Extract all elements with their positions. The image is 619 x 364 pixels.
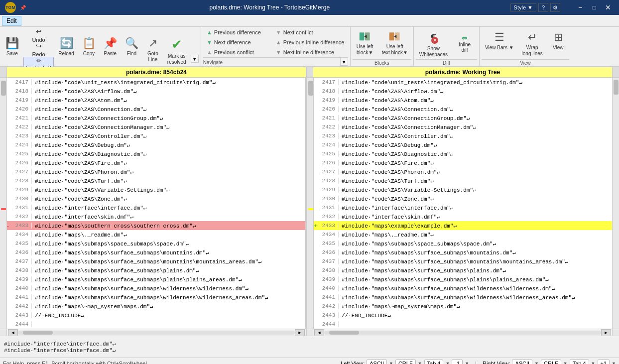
table-row: 2420#include·"code\ZAS\Connection.dm"↵ [7, 105, 305, 114]
right-crlf-button[interactable]: CRLF [541, 360, 561, 364]
expand-edit-button[interactable]: ▼ [191, 55, 199, 63]
save-label: Save [6, 51, 18, 57]
use-left-text-button[interactable]: Use left text block▼ [378, 29, 411, 58]
left-ascii-button[interactable]: ASCII [367, 360, 387, 364]
right-pane-header: polaris.dme: Working Tree [313, 67, 612, 77]
right-scroll-thumb[interactable] [308, 81, 313, 96]
right-horiz-scroll[interactable]: ◄ ► [313, 329, 612, 336]
inline-diff-icon: ⇔ [462, 34, 468, 42]
table-row: 2443//·END_INCLUDE↵ [314, 311, 612, 320]
use-left-block-button[interactable]: Use left block▼ [353, 29, 377, 58]
use-left-text-label: Use left text block▼ [382, 44, 408, 56]
table-row: 2436#include·"maps\submaps\surface_subma… [314, 248, 612, 257]
show-whitespace-button[interactable]: ¶ ✕ Show Whitespaces [416, 29, 451, 58]
paste-label: Paste [104, 51, 117, 57]
table-row: 2427#include·"code\ZAS\Phoron.dm"↵ [314, 167, 612, 176]
right-tab-button[interactable]: Tab 4 [570, 360, 589, 364]
left-val-button[interactable]: -1 [452, 360, 463, 364]
left-tab-button[interactable]: Tab 4 [424, 360, 444, 364]
navigate-section-label: Navigate [203, 60, 223, 65]
right-horiz-track[interactable] [324, 331, 601, 335]
right-outer-scroll[interactable] [612, 78, 619, 329]
table-row: 2429#include·"code\ZAS\Variable·Settings… [7, 185, 305, 194]
use-left-block-icon [357, 31, 373, 43]
svg-rect-3 [389, 32, 394, 40]
left-scroll-bar[interactable] [0, 78, 7, 329]
undo-button[interactable]: ↩ Undo [23, 28, 54, 42]
bottom-text-area: #include·"interface\interface.dm"↵ #incl… [0, 336, 619, 358]
table-row: 2444 [7, 320, 305, 329]
prev-diff-button[interactable]: ▲ Previous difference [204, 28, 263, 37]
encoding-area: Left View: ASCII ▼ CRLF ▼ Tab 4 ▼ -1 ▼ |… [341, 360, 616, 364]
toolbar-blocks-section: Use left block▼ Use left text block▼ Blo… [351, 27, 414, 66]
table-row: 2441#include·"maps\submaps\surface_subma… [314, 293, 612, 302]
expand-navigate-button[interactable]: ▼ [340, 58, 348, 66]
left-horiz-track[interactable] [18, 331, 295, 335]
right-val-button[interactable]: +1 [598, 360, 610, 364]
table-row: 2421#include·"code\ZAS\ConnectionGroup.d… [314, 114, 612, 122]
right-tab-arrow[interactable]: ▼ [591, 361, 596, 364]
inline-diff-button[interactable]: ⇔ Inline diff [452, 37, 477, 50]
left-val-arrow[interactable]: ▼ [465, 361, 469, 364]
copy-button[interactable]: 📋 Copy [79, 35, 99, 64]
menu-bar: Edit [0, 15, 619, 27]
settings-button[interactable]: ⚙ [550, 3, 560, 12]
view-bars-label: View Bars ▼ [485, 45, 514, 51]
undo-icon: ↩ [36, 27, 42, 35]
right-horiz-thumb[interactable] [329, 331, 359, 335]
left-ascii-arrow[interactable]: ▼ [389, 361, 393, 364]
toolbar-diff-section: ¶ ✕ Show Whitespaces ⇔ Inline diff Diff [414, 27, 480, 66]
next-inline-button[interactable]: ▼ Next inline difference [273, 48, 347, 57]
right-view-label: Right View: [483, 361, 510, 364]
table-row: 2438#include·"maps\submaps\surface_subma… [314, 266, 612, 275]
redo-icon: ↪ [36, 42, 42, 50]
use-left-block-label: Use left block▼ [357, 44, 373, 56]
table-row: 2431#include·"interface\interface.dm"↵ [314, 203, 612, 212]
toolbar-navigate-section: ▲ Previous difference ▼ Next difference … [201, 27, 351, 66]
right-ascii-button[interactable]: ASCII [512, 360, 532, 364]
reload-icon: 🔄 [60, 37, 73, 50]
left-crlf-arrow[interactable]: ▼ [418, 361, 422, 364]
minimize-button[interactable]: − [574, 3, 586, 12]
table-row: 2428#include·"code\ZAS\Turf.dm"↵ [314, 176, 612, 185]
table-row: 2418#include·"code\ZAS\Airflow.dm"↵ [7, 87, 305, 96]
menu-edit[interactable]: Edit [2, 16, 21, 26]
view-button[interactable]: ⊞ View [547, 29, 569, 58]
maximize-button[interactable]: □ [588, 3, 600, 12]
find-button[interactable]: 🔍 Find [122, 35, 142, 64]
right-pane[interactable]: 2417#include·"code\unit_tests\integrated… [314, 78, 612, 329]
style-button[interactable]: Style ▼ [510, 3, 536, 11]
show-whitespace-label: Show Whitespaces [419, 46, 448, 58]
help-button[interactable]: ? [538, 3, 548, 12]
left-diff-marker [1, 208, 6, 210]
left-pane[interactable]: 2417#include·"code\unit_tests\integrated… [7, 78, 307, 329]
paste-button[interactable]: 📌 Paste [100, 35, 121, 64]
view-section-label: View [482, 59, 569, 66]
right-ascii-arrow[interactable]: ▼ [534, 361, 539, 364]
prev-inline-button[interactable]: ▲ Previous inline difference [273, 38, 347, 47]
toolbar: 💾 Save ↩ Undo ↪ Redo ✏ Enable Edit [0, 27, 619, 67]
left-crlf-button[interactable]: CRLF [395, 360, 416, 364]
goto-line-button[interactable]: ↗ Goto Line [143, 35, 163, 64]
view-bars-button[interactable]: ☰ View Bars ▼ [482, 29, 517, 58]
right-val-arrow[interactable]: ▼ [612, 361, 616, 364]
mark-resolved-button[interactable]: ✔ Mark as resolved [164, 35, 190, 64]
copy-label: Copy [83, 51, 95, 57]
right-crlf-arrow[interactable]: ▼ [563, 361, 568, 364]
close-button[interactable]: ✕ [602, 3, 614, 12]
left-horiz-thumb[interactable] [23, 331, 53, 335]
right-outer-scroll-thumb[interactable] [614, 80, 619, 95]
left-tab-arrow[interactable]: ▼ [445, 361, 450, 364]
prev-conflict-button[interactable]: ▲ Previous conflict [204, 48, 263, 57]
save-button[interactable]: 💾 Save [2, 35, 22, 64]
right-scroll-bar[interactable] [307, 78, 314, 329]
reload-button[interactable]: 🔄 Reload [55, 35, 78, 64]
table-row: 2426#include·"code\ZAS\Fire.dm"↵ [7, 158, 305, 167]
redo-button[interactable]: ↪ Redo [23, 42, 54, 56]
next-conflict-button[interactable]: ▼ Next conflict [273, 28, 347, 37]
left-scroll-thumb[interactable] [1, 81, 6, 96]
next-diff-button[interactable]: ▼ Next difference [204, 38, 263, 47]
table-row: -2433#include·"maps\southern cross\south… [7, 221, 305, 230]
left-horiz-scroll[interactable]: ◄ ► [7, 329, 306, 336]
wrap-long-lines-button[interactable]: ↵ Wrap long lines [518, 29, 546, 58]
